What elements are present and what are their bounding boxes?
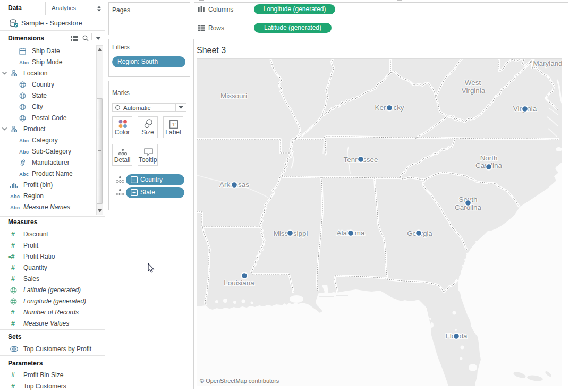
svg-text:Maryland: Maryland (533, 59, 562, 67)
svg-text:Missouri: Missouri (220, 92, 247, 100)
svg-text:Virginia: Virginia (462, 87, 486, 95)
svg-text:T: T (172, 121, 176, 127)
svg-text:© OpenStreetMap contributors: © OpenStreetMap contributors (200, 378, 279, 384)
svg-text:West: West (465, 79, 481, 87)
svg-text:Louisiana: Louisiana (224, 279, 254, 287)
svg-text:North: North (480, 154, 498, 162)
